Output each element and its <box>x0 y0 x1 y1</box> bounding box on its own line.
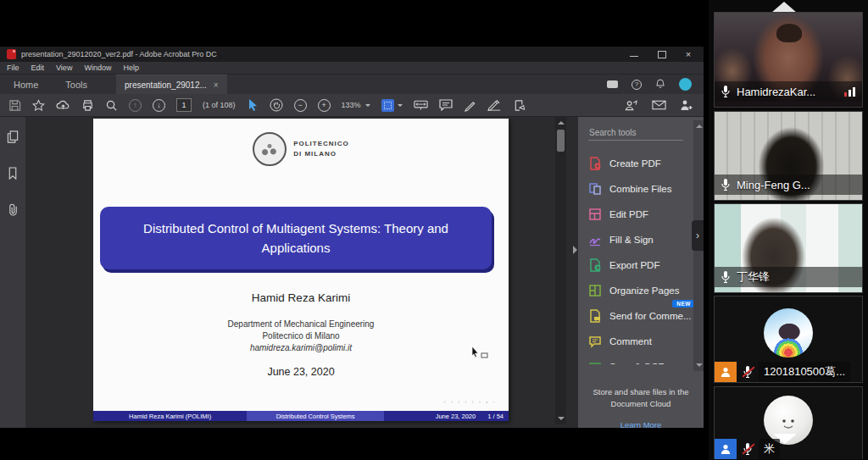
tool-label: Fill & Sign <box>609 235 654 245</box>
affiliation-line1: Department of Mechanical Engineering <box>228 319 375 329</box>
page-view-icon <box>381 99 394 112</box>
logo-line2: DI MILANO <box>293 150 337 158</box>
zoom-out-icon[interactable]: − <box>294 99 307 112</box>
participant-name: 丁华锋 <box>737 269 857 285</box>
pdf-page: POLITECNICO DI MILANO Distributed Contro… <box>93 119 509 421</box>
screen: presentation_29012020_ver2.pdf - Adobe A… <box>0 0 868 460</box>
navigation-rail <box>0 117 25 428</box>
tool-label: Combine Files <box>609 184 672 194</box>
scroll-up-icon[interactable] <box>558 121 565 125</box>
participant-name: Ming-Feng G... <box>737 179 857 191</box>
tool-label: Edit PDF <box>609 209 648 219</box>
save-icon[interactable] <box>8 99 21 112</box>
star-icon[interactable] <box>32 99 45 112</box>
participant-name: HamidrezaKar... <box>737 86 839 98</box>
share-link-icon[interactable] <box>624 99 638 111</box>
participant-tile[interactable]: 丁华锋 <box>714 203 863 293</box>
panel-expand-arrow-icon[interactable] <box>573 246 577 254</box>
tool-label: Scan & OCR <box>609 362 665 364</box>
fit-width-icon[interactable] <box>414 99 428 111</box>
scroll-down-icon[interactable] <box>558 417 565 420</box>
tool-fill-sign[interactable]: Fill & Sign <box>588 227 704 252</box>
menu-view[interactable]: View <box>56 64 72 72</box>
search-icon[interactable] <box>105 99 118 112</box>
footer-author: Hamid Reza Karimi (POLIMI) <box>93 411 247 421</box>
mouse-cursor <box>471 346 490 363</box>
tools-panel-collapse-button[interactable]: › <box>692 220 704 251</box>
page-count-label: (1 of 108) <box>203 101 236 109</box>
video-participants-panel: HamidrezaKar... Ming-Feng G... 丁华锋 <box>709 0 868 460</box>
page-thumbnails-icon[interactable] <box>7 130 19 147</box>
window-titlebar: presentation_29012020_ver2.pdf - Adobe A… <box>0 47 704 62</box>
participant-tile[interactable]: 1201810500葛... <box>714 296 863 383</box>
highlighter-pen-icon[interactable] <box>464 99 476 112</box>
tab-tools[interactable]: Tools <box>52 75 101 94</box>
notifications-bell-icon[interactable] <box>655 79 665 91</box>
tool-comment[interactable]: Comment <box>588 329 704 354</box>
tool-export-pdf[interactable]: Export PDF <box>588 252 704 278</box>
learn-more-link[interactable]: Learn More <box>578 419 704 431</box>
tool-scan-ocr[interactable]: Scan & OCR <box>588 354 704 364</box>
tool-edit-pdf[interactable]: Edit PDF <box>588 202 704 227</box>
search-tools-input[interactable] <box>588 125 683 141</box>
hand-tool-icon[interactable] <box>270 98 283 112</box>
page-view-dropdown[interactable] <box>381 99 403 112</box>
tool-combine-files[interactable]: Combine Files <box>588 176 704 202</box>
zoom-in-icon[interactable]: + <box>318 99 331 112</box>
tab-document[interactable]: presentation_29012... × <box>116 75 227 94</box>
minimize-button[interactable] <box>629 50 639 58</box>
acrobat-pdf-icon <box>7 49 16 59</box>
attendee-badge-icon <box>715 362 737 382</box>
logo-line1: POLITECNICO <box>293 140 349 147</box>
tools-panel: Create PDF Combine Files Edit PDF Fill &… <box>578 117 704 428</box>
author-email: hamidreza.karimi@polimi.it <box>250 343 352 352</box>
polimi-logo: POLITECNICO DI MILANO <box>93 132 509 166</box>
microphone-icon <box>720 270 732 284</box>
menu-help[interactable]: Help <box>123 64 139 72</box>
participants-scroll-down-icon[interactable] <box>773 434 797 444</box>
tool-create-pdf[interactable]: Create PDF <box>588 151 704 176</box>
participant-tile[interactable]: 米 <box>714 386 863 459</box>
user-avatar[interactable] <box>679 78 692 91</box>
bookmarks-icon[interactable] <box>8 167 18 183</box>
feedback-bubble-icon[interactable] <box>607 80 618 88</box>
comment-bubble-icon[interactable] <box>439 99 453 111</box>
tab-bar: Home Tools presentation_29012... × ? <box>0 75 704 94</box>
previous-page-icon[interactable]: ↑ <box>129 99 142 112</box>
help-icon[interactable]: ? <box>632 80 642 90</box>
email-icon[interactable] <box>652 100 666 110</box>
footer-date: June 23, 2020 <box>436 413 476 420</box>
menu-bar: File Edit View Window Help <box>0 62 704 75</box>
close-button[interactable]: × <box>683 50 693 58</box>
document-scrollbar[interactable] <box>555 117 566 424</box>
menu-window[interactable]: Window <box>84 64 111 72</box>
zoom-level-dropdown[interactable]: 133% <box>342 101 370 109</box>
next-page-icon[interactable]: ↓ <box>153 99 165 112</box>
participant-name: 1201810500葛... <box>759 362 850 382</box>
select-tool-icon[interactable] <box>247 98 259 112</box>
participant-tile[interactable]: HamidrezaKar... <box>714 12 863 108</box>
signal-strength-icon <box>844 86 855 97</box>
document-viewport[interactable]: POLITECNICO DI MILANO Distributed Contro… <box>25 117 578 428</box>
scrollbar-thumb[interactable] <box>557 130 565 152</box>
tool-send-for-comments[interactable]: Send for Comme... NEW <box>588 303 704 329</box>
maximize-button[interactable] <box>656 50 666 58</box>
print-icon[interactable] <box>81 99 94 112</box>
attachments-paperclip-icon[interactable] <box>8 203 19 219</box>
menu-file[interactable]: File <box>7 64 19 72</box>
participant-tile[interactable]: Ming-Feng G... <box>714 111 863 201</box>
tool-list: Create PDF Combine Files Edit PDF Fill &… <box>588 151 704 364</box>
share-cloud-icon[interactable] <box>56 99 70 111</box>
scroll-down-icon[interactable] <box>696 363 703 367</box>
page-number-input[interactable]: 1 <box>176 98 192 112</box>
tab-home[interactable]: Home <box>0 75 52 94</box>
slide-affiliation: Department of Mechanical Engineering Pol… <box>93 319 509 354</box>
menu-edit[interactable]: Edit <box>31 64 45 72</box>
send-document-icon[interactable] <box>513 99 526 112</box>
tool-label: Comment <box>609 336 652 346</box>
add-person-icon[interactable] <box>680 99 693 111</box>
chevron-down-icon <box>365 104 370 109</box>
scroll-up-icon[interactable] <box>696 125 703 128</box>
tab-close-icon[interactable]: × <box>214 80 219 90</box>
sign-pen-icon[interactable] <box>487 99 502 111</box>
